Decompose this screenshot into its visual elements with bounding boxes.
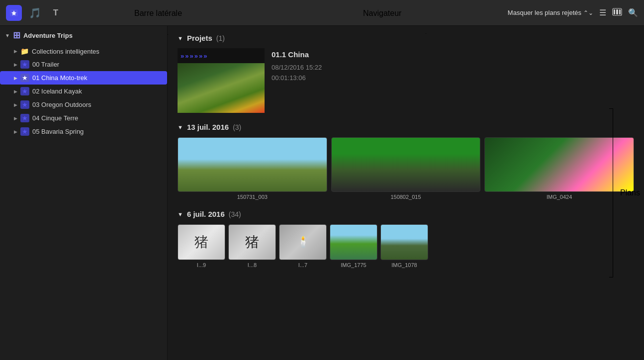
- clip-thumbnail: [484, 137, 634, 192]
- project-info: 01.1 China 08/12/2016 15:22 00:01:13:06: [272, 48, 322, 84]
- music-icon[interactable]: 🎵: [27, 5, 43, 21]
- clip-label: 150731_003: [237, 194, 268, 200]
- clip-label: IMG_1775: [341, 262, 366, 268]
- expand-arrow: ▶: [14, 116, 17, 121]
- chevron-icon: »: [181, 52, 184, 60]
- clip-label: I...9: [197, 262, 206, 268]
- svg-rect-4: [616, 9, 618, 14]
- sidebar-item-00-trailer[interactable]: ▶ ★ 00 Trailer: [0, 58, 167, 71]
- search-icon[interactable]: 🔍: [628, 8, 638, 17]
- clip-label: I...7: [298, 262, 307, 268]
- july13-title: 13 juil. 2016: [187, 123, 229, 131]
- clip-thumbnail: [380, 224, 428, 260]
- july6-section: ▼ 6 juil. 2016 (34) 猪 I...9 猪 I...8 🕯️ I…: [178, 210, 634, 268]
- sidebar-item-label: 00 Trailer: [32, 61, 59, 68]
- clip-label: IMG_1078: [391, 262, 417, 268]
- sidebar-item-smart-collections[interactable]: ▶ 📁 Collections intelligentes: [0, 45, 167, 58]
- section-chevron-icon[interactable]: ▼: [178, 35, 183, 41]
- clip-item-150802[interactable]: 150802_015: [331, 137, 481, 200]
- toolbar-right: Masquer les plans rejetés ⌃⌄ ☰ 🔍: [508, 8, 638, 18]
- clip-thumbnail: 猪: [228, 224, 276, 260]
- sidebar-item-label: 04 Cinque Terre: [32, 114, 78, 122]
- clip-label: I...8: [248, 262, 257, 268]
- expand-arrow: ▶: [14, 76, 17, 81]
- star-badge-icon: ★: [20, 127, 29, 136]
- chevron-icon: »: [185, 52, 188, 60]
- star-badge-icon: ★: [20, 114, 29, 122]
- film-strip-header: » » » » » »: [178, 48, 265, 63]
- filmstrip-icon[interactable]: [612, 8, 622, 18]
- clip-thumbnail: 猪: [178, 224, 225, 260]
- sidebar-item-03-oregon[interactable]: ▶ ★ 03 Oregon Outdoors: [0, 98, 167, 111]
- clip-item-img1775[interactable]: IMG_1775: [330, 224, 377, 268]
- july13-count: (3): [233, 123, 241, 131]
- chevron-icon: »: [194, 52, 198, 60]
- expand-arrow: ▶: [14, 89, 17, 94]
- chevron-up-down-icon: ⌃⌄: [583, 9, 593, 16]
- sidebar-item-label: 01 China Moto-trek: [32, 74, 88, 82]
- svg-rect-5: [619, 9, 621, 14]
- sidebar: ▼ ⊞ Adventure Trips ▶ 📁 Collections inte…: [0, 26, 168, 360]
- expand-arrow: ▶: [14, 62, 17, 67]
- star-badge-icon: ★: [20, 100, 29, 109]
- clip-item-9[interactable]: 猪 I...9: [178, 224, 225, 268]
- july6-section-header: ▼ 6 juil. 2016 (34): [178, 210, 634, 218]
- star-badge-icon: ★: [20, 60, 29, 69]
- toolbar-left: 🎵 T: [6, 5, 64, 21]
- clip-item-150731[interactable]: 150731_003: [178, 137, 327, 200]
- sidebar-item-04-cinque[interactable]: ▶ ★ 04 Cinque Terre: [0, 111, 167, 125]
- folder-icon: 📁: [20, 47, 29, 55]
- clip-thumbnail: [330, 224, 377, 260]
- july13-clips-grid: 150731_003 150802_015 IMG_0424: [178, 137, 634, 200]
- section-chevron-icon[interactable]: ▼: [178, 211, 183, 217]
- collapse-arrow: ▼: [5, 33, 10, 38]
- filter-dropdown[interactable]: Masquer les plans rejetés ⌃⌄: [508, 9, 593, 16]
- sidebar-item-label: 05 Bavaria Spring: [32, 128, 84, 135]
- sidebar-item-label: 03 Oregon Outdoors: [32, 101, 92, 108]
- chevron-icon: »: [199, 52, 202, 60]
- clip-label: 150802_015: [390, 194, 421, 200]
- clip-item-img1078[interactable]: IMG_1078: [380, 224, 428, 268]
- sidebar-item-label: Collections intelligentes: [32, 48, 99, 55]
- clip-thumbnail: [178, 137, 327, 192]
- expand-arrow: ▶: [14, 129, 17, 134]
- clip-item-img0424[interactable]: IMG_0424: [484, 137, 634, 200]
- main-layout: ▼ ⊞ Adventure Trips ▶ 📁 Collections inte…: [0, 26, 644, 360]
- expand-arrow: ▶: [14, 49, 17, 54]
- project-name: 01.1 China: [272, 50, 322, 59]
- july13-section: ▼ 13 juil. 2016 (3) 150731_003 150802_01…: [178, 123, 634, 200]
- clip-item-7[interactable]: 🕯️ I...7: [279, 224, 327, 268]
- filter-label: Masquer les plans rejetés: [508, 9, 581, 16]
- title-icon[interactable]: T: [48, 5, 64, 21]
- sidebar-item-label: 02 Iceland Kayak: [32, 88, 82, 95]
- project-thumbnail: » » » » » »: [178, 48, 265, 113]
- sidebar-root-label: Adventure Trips: [23, 32, 73, 39]
- clip-thumbnail: [331, 137, 481, 192]
- projects-section-header: ▼ Projets (1): [178, 34, 634, 42]
- chevron-icon: »: [203, 52, 207, 60]
- star-icon[interactable]: [6, 5, 22, 21]
- star-badge-icon: ★: [20, 74, 29, 82]
- clip-thumbnail: 🕯️: [279, 224, 327, 260]
- projects-count: (1): [216, 34, 225, 42]
- star-badge-icon: ★: [20, 87, 29, 95]
- section-chevron-icon[interactable]: ▼: [178, 124, 183, 130]
- project-date: 08/12/2016 15:22: [272, 63, 322, 73]
- clip-label: IMG_0424: [547, 194, 572, 200]
- july6-clips-grid: 猪 I...9 猪 I...8 🕯️ I...7 IMG_1775 I: [178, 224, 634, 268]
- chevron-icon: »: [189, 52, 193, 60]
- sidebar-item-05-bavaria[interactable]: ▶ ★ 05 Bavaria Spring: [0, 125, 167, 138]
- july6-count: (34): [229, 210, 241, 218]
- project-duration: 00:01:13:06: [272, 73, 322, 84]
- grid-icon: ⊞: [13, 30, 20, 41]
- project-item-01-1-china[interactable]: » » » » » » 01.1 China 08/12/2016 15:22 …: [178, 48, 634, 113]
- toolbar: 🎵 T Masquer les plans rejetés ⌃⌄ ☰ 🔍: [0, 0, 644, 26]
- list-view-icon[interactable]: ☰: [599, 8, 606, 17]
- navigator: ▼ Projets (1) » » » » » »: [168, 26, 644, 360]
- projects-title: Projets: [187, 34, 212, 42]
- sidebar-root[interactable]: ▼ ⊞ Adventure Trips: [0, 26, 167, 45]
- july13-section-header: ▼ 13 juil. 2016 (3): [178, 123, 634, 131]
- sidebar-item-02-iceland[interactable]: ▶ ★ 02 Iceland Kayak: [0, 85, 167, 98]
- clip-item-8[interactable]: 猪 I...8: [228, 224, 276, 268]
- sidebar-item-01-china[interactable]: ▶ ★ 01 China Moto-trek: [0, 71, 167, 85]
